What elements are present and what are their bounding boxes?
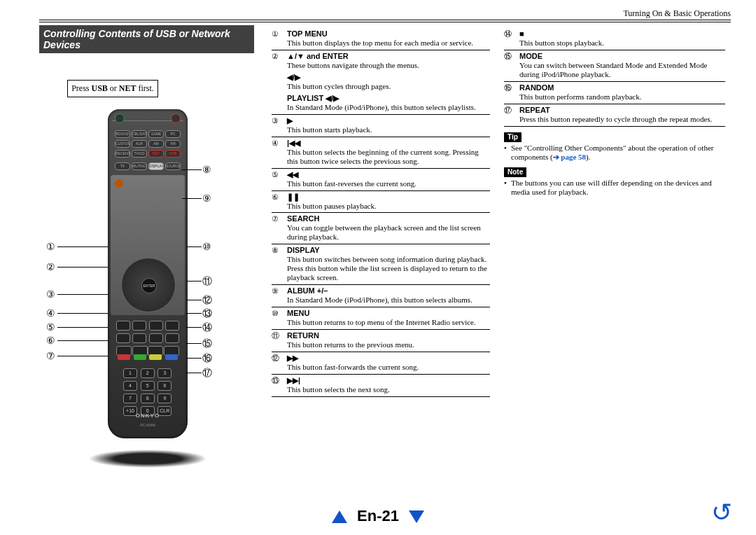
function-item: ⑪RETURNThis button returns to the previo… bbox=[272, 330, 490, 352]
function-item: ④|◀◀This button selects the beginning of… bbox=[272, 137, 490, 169]
function-item: ⑮MODEYou can switch between Standard Mod… bbox=[504, 50, 725, 82]
item-number: ⑩ bbox=[272, 309, 287, 327]
back-icon[interactable]: ↺ bbox=[711, 500, 732, 525]
function-item: ⑦SEARCHYou can toggle between the playba… bbox=[272, 213, 490, 244]
item-number: ④ bbox=[272, 139, 287, 166]
remote-diagram: BD/DVDCBL/SATGAMEPC CUSTOMAUXAMFM RECEIV… bbox=[46, 104, 256, 468]
item-number: ① bbox=[272, 29, 287, 48]
item-desc: This button starts playback. bbox=[287, 125, 490, 134]
sub-desc: In Standard Mode (iPod/iPhone), this but… bbox=[287, 103, 490, 112]
lead-15 bbox=[186, 343, 202, 344]
item-heading: ❚❚ bbox=[287, 193, 300, 201]
lead-4 bbox=[57, 313, 108, 314]
sub-heading: PLAYLIST ◀/▶ bbox=[287, 94, 339, 102]
power-icon bbox=[115, 179, 123, 188]
power-row bbox=[115, 113, 181, 123]
callout-15: ⑮ bbox=[202, 338, 212, 350]
item-desc2: Press this button while the list screen … bbox=[287, 264, 490, 282]
item-body: SEARCHYou can toggle between the playbac… bbox=[287, 214, 490, 242]
rule-top-2 bbox=[39, 22, 731, 22]
function-item: ⑬▶▶|This button selects the next song. bbox=[272, 375, 490, 397]
item-desc: This button performs random playback. bbox=[519, 92, 725, 102]
item-desc: This button selects the next song. bbox=[287, 385, 490, 394]
item-number: ⑯ bbox=[504, 83, 519, 102]
item-body: ALBUM +/–In Standard Mode (iPod/iPhone),… bbox=[287, 286, 490, 305]
note-block: Note•The buttons you can use will differ… bbox=[504, 167, 725, 197]
page-footer: En-21 bbox=[0, 507, 756, 525]
function-item: ⑧DISPLAYThis button switches between son… bbox=[272, 244, 490, 285]
callout-12: ⑫ bbox=[202, 294, 212, 307]
item-heading: ▶▶| bbox=[287, 376, 300, 384]
callout-4: ④ bbox=[46, 307, 55, 319]
item-desc: Press this button repeatedly to cycle th… bbox=[519, 115, 725, 124]
item-number: ⑦ bbox=[272, 214, 287, 242]
item-desc: This button returns to top menu of the I… bbox=[287, 318, 490, 327]
item-number: ⑧ bbox=[272, 246, 287, 282]
lead-10 bbox=[186, 246, 202, 247]
lead-9 bbox=[182, 198, 202, 199]
section-header: Turning On & Basic Operations bbox=[623, 8, 731, 19]
media-row-2 bbox=[116, 333, 179, 343]
callout-17: ⑰ bbox=[202, 367, 212, 380]
tip-bullet: •See "Controlling Other Components" abou… bbox=[504, 144, 725, 162]
note-text: Press bbox=[71, 83, 91, 93]
callout-9: ⑨ bbox=[202, 193, 211, 204]
remote-body: BD/DVDCBL/SATGAMEPC CUSTOMAUXAMFM RECEIV… bbox=[108, 109, 188, 438]
item-body: MODEYou can switch between Standard Mode… bbox=[519, 52, 725, 79]
function-item: ⑰REPEATPress this button repeatedly to c… bbox=[504, 104, 725, 127]
item-heading: ◀◀ bbox=[287, 170, 298, 179]
remote-model: RC-834M bbox=[108, 423, 188, 427]
tip-text: See "Controlling Other Components" about… bbox=[511, 144, 725, 162]
callout-14: ⑭ bbox=[202, 321, 212, 334]
media-row-1 bbox=[116, 321, 179, 331]
lead-8 bbox=[182, 169, 202, 170]
note-bullet: •The buttons you can use will differ dep… bbox=[504, 179, 725, 197]
item-desc: This button stops playback. bbox=[519, 39, 725, 48]
item-number: ⑥ bbox=[272, 193, 287, 211]
item-heading: MODE bbox=[519, 52, 542, 60]
sub-heading: ◀/▶ bbox=[287, 73, 300, 81]
lead-2 bbox=[57, 267, 108, 268]
callout-11: ⑪ bbox=[202, 275, 212, 288]
function-item: ⑨ALBUM +/–In Standard Mode (iPod/iPhone)… bbox=[272, 285, 490, 307]
page-link[interactable]: ➔ page 58 bbox=[553, 153, 587, 161]
callout-8: ⑧ bbox=[202, 164, 211, 176]
nav-prev-icon[interactable] bbox=[332, 510, 347, 523]
item-heading: TOP MENU bbox=[287, 29, 328, 38]
item-heading: MENU bbox=[287, 309, 309, 317]
callout-16: ⑯ bbox=[202, 352, 212, 365]
item-number: ⑮ bbox=[504, 52, 519, 79]
callout-2: ② bbox=[46, 261, 55, 273]
item-body: TOP MENUThis button displays the top men… bbox=[287, 29, 490, 48]
function-item: ③▶This button starts playback. bbox=[272, 115, 490, 137]
function-item: ⑩MENUThis button returns to top menu of … bbox=[272, 307, 490, 330]
item-body: ■This button stops playback. bbox=[519, 29, 725, 48]
item-number: ⑭ bbox=[504, 29, 519, 48]
function-item: ②▲/▼ and ENTERThese buttons navigate thr… bbox=[272, 50, 490, 115]
lead-13 bbox=[186, 313, 202, 314]
remote-shadow bbox=[88, 450, 207, 468]
item-body: ▶▶|This button selects the next song. bbox=[287, 376, 490, 394]
item-heading: RANDOM bbox=[519, 83, 554, 92]
note-text-mid: or bbox=[108, 83, 119, 93]
item-body: ◀◀This button fast-reverses the current … bbox=[287, 170, 490, 188]
function-item: ①TOP MENUThis button displays the top me… bbox=[272, 28, 490, 50]
note-bold-net: NET bbox=[119, 83, 136, 93]
item-desc: You can toggle between the playback scre… bbox=[287, 223, 490, 242]
item-heading: ▶ bbox=[287, 116, 293, 125]
item-desc: You can switch between Standard Mode and… bbox=[519, 61, 725, 79]
function-item: ⑤◀◀This button fast-reverses the current… bbox=[272, 169, 490, 191]
callout-5: ⑤ bbox=[46, 321, 55, 333]
page-title: Controlling Contents of USB or Network D… bbox=[39, 25, 254, 53]
item-desc: This button selects the beginning of the… bbox=[287, 148, 490, 166]
item-body: DISPLAYThis button switches between song… bbox=[287, 246, 490, 282]
dpad: ENTER bbox=[121, 258, 176, 312]
callout-13: ⑬ bbox=[202, 307, 212, 320]
nav-next-icon[interactable] bbox=[409, 510, 424, 523]
item-heading: DISPLAY bbox=[287, 246, 320, 254]
callout-1: ① bbox=[46, 241, 55, 253]
lead-7 bbox=[57, 356, 108, 356]
src-row-2: CUSTOMAUXAMFM bbox=[115, 140, 181, 148]
item-heading: ▲/▼ and ENTER bbox=[287, 52, 349, 60]
item-body: REPEATPress this button repeatedly to cy… bbox=[519, 106, 725, 124]
